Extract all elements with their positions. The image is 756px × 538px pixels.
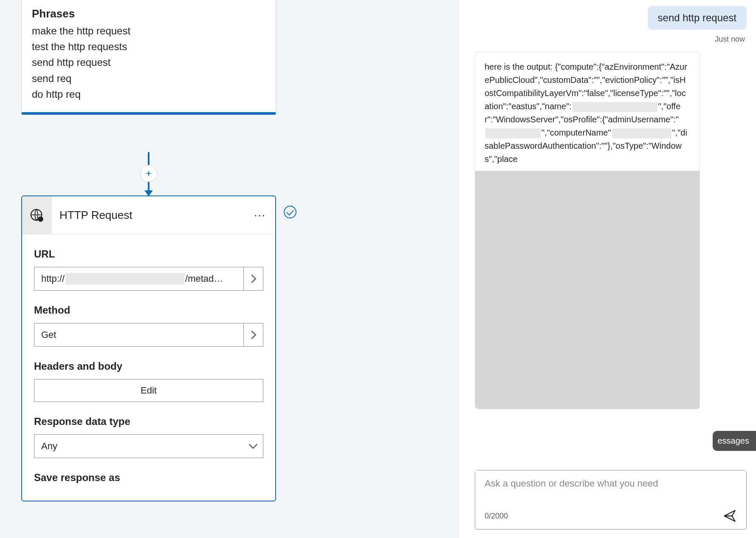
response-type-select[interactable]: Any [34,434,263,458]
messages-side-tab[interactable]: essages [713,431,756,451]
message-timestamp: Just now [475,35,745,44]
svg-point-1 [38,216,43,222]
headers-label: Headers and body [34,360,263,372]
method-value: Get [41,329,56,340]
trigger-phrase: make the http request [32,23,265,39]
card-more-button[interactable]: ··· [245,209,275,222]
phrases-heading: Phrases [32,7,265,20]
trigger-card[interactable]: Edit Phrases make the http request test … [21,0,276,115]
url-label: URL [34,248,263,260]
trigger-phrase: send http request [32,54,265,70]
url-input[interactable]: http:// /metad… [34,267,263,291]
url-expand-button[interactable] [243,267,263,290]
connector-line [148,152,150,166]
http-globe-icon [22,196,52,235]
bot-message: here is the output: {"compute":{"azEnvir… [475,51,700,409]
connector-line [148,182,150,191]
response-type-value: Any [41,441,243,452]
trigger-phrase: do http req [32,86,265,102]
chat-pane: send http request Just now here is the o… [459,0,756,538]
flow-canvas[interactable]: Edit Phrases make the http request test … [0,0,459,538]
method-label: Method [34,304,263,316]
add-step-button[interactable]: + [140,165,157,182]
send-button[interactable] [722,509,737,523]
validation-check-icon [284,206,296,218]
method-select[interactable]: Get [34,323,263,347]
method-expand-button[interactable] [243,323,263,346]
http-card-title: HTTP Request [52,209,245,222]
url-value: http:// /metad… [34,267,243,290]
bot-message-text: here is the output: {"compute":{"azEnvir… [475,52,700,171]
chevron-down-icon [243,435,263,458]
headers-edit-button[interactable]: Edit [34,379,263,402]
user-message: send http request [648,6,747,30]
trigger-phrase: send req [32,71,265,86]
chat-input[interactable] [475,470,746,504]
bot-message-continued [475,171,700,409]
http-request-card[interactable]: HTTP Request ··· URL http:// /metad… [21,195,276,501]
char-counter: 0/2000 [485,512,722,521]
response-type-label: Response data type [34,416,263,428]
trigger-phrase: test the http requests [32,39,265,54]
send-icon [722,509,737,523]
chat-composer[interactable]: 0/2000 [475,470,747,530]
save-response-label: Save response as [34,472,263,484]
